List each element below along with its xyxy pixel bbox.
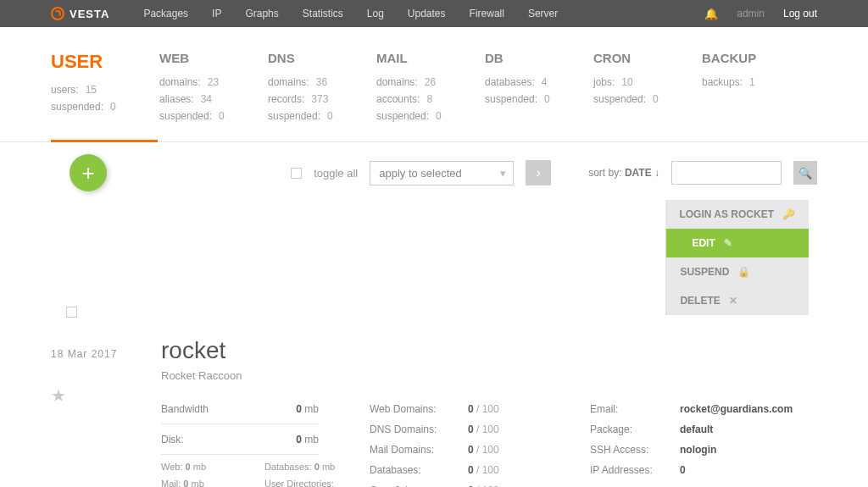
delete-button[interactable]: DELETE ✕ <box>665 286 809 315</box>
nav-log[interactable]: Log <box>367 8 384 19</box>
nav-updates[interactable]: Updates <box>408 8 446 19</box>
tab-user[interactable]: USER users:15 suspended:0 <box>51 51 159 125</box>
tab-cron[interactable]: CRON jobs:10 suspended:0 <box>593 51 702 125</box>
nav-graphs[interactable]: Graphs <box>245 8 278 19</box>
db-usage: Databases: 0 mb <box>264 462 341 472</box>
tab-db[interactable]: DB databases:4 suspended:0 <box>485 51 593 125</box>
star-icon[interactable]: ★ <box>51 385 161 406</box>
details-column: Email:rocket@guardians.com Package:defau… <box>590 399 810 487</box>
search-button[interactable]: 🔍 <box>793 161 817 185</box>
suspend-button[interactable]: SUSPEND 🔒 <box>665 257 809 286</box>
row-checkbox[interactable] <box>66 307 77 318</box>
tab-backup[interactable]: BACKUP backups:1 <box>702 51 810 125</box>
tab-db-title: DB <box>485 51 593 65</box>
email-value: rocket@guardians.com <box>680 403 793 415</box>
disk-label: Disk: <box>161 434 184 445</box>
tab-cron-title: CRON <box>593 51 702 65</box>
top-nav: VESTA Packages IP Graphs Statistics Log … <box>0 0 868 27</box>
login-as-button[interactable]: LOGIN AS ROCKET 🔑 <box>665 200 809 229</box>
tab-web[interactable]: WEB domains:23 aliases:34 suspended:0 <box>159 51 268 125</box>
nav-firewall[interactable]: Firewall <box>470 8 504 19</box>
bandwidth-label: Bandwidth <box>161 403 209 415</box>
toggle-all-label: toggle all <box>314 167 358 180</box>
tab-dns[interactable]: DNS domains:36 records:373 suspended:0 <box>268 51 376 125</box>
tab-user-title: USER <box>51 51 159 73</box>
toggle-all-checkbox[interactable] <box>291 168 302 179</box>
close-icon: ✕ <box>729 295 737 307</box>
bulk-action-select[interactable]: apply to selected <box>370 161 514 185</box>
nav-ip[interactable]: IP <box>212 8 221 19</box>
nav-statistics[interactable]: Statistics <box>303 8 343 19</box>
nav-packages[interactable]: Packages <box>143 8 188 19</box>
plus-icon: + <box>81 160 94 186</box>
disk-value: 0 <box>296 434 302 445</box>
lock-icon: 🔒 <box>737 266 750 278</box>
key-icon: 🔑 <box>782 208 795 220</box>
entry-date: 18 Mar 2017 <box>51 348 161 360</box>
mail-usage: Mail: 0 mb <box>161 479 237 487</box>
ssh-value: nologin <box>680 444 716 456</box>
quota-column: Web Domains:0 / 100 DNS Domains:0 / 100 … <box>370 399 539 487</box>
web-usage: Web: 0 mb <box>161 462 237 472</box>
fullname: Rocket Raccoon <box>161 369 817 382</box>
username: rocket <box>161 337 817 364</box>
logo-icon <box>51 7 64 20</box>
sort-by[interactable]: sort by: DATE ↓ <box>588 167 659 179</box>
nav-links: Packages IP Graphs Statistics Log Update… <box>143 8 558 19</box>
toolbar: + toggle all apply to selected › sort by… <box>0 142 868 200</box>
package-value: default <box>680 423 713 435</box>
pencil-icon: ✎ <box>724 237 732 249</box>
search-input[interactable] <box>671 161 782 185</box>
category-tabs: USER users:15 suspended:0 WEB domains:23… <box>0 27 868 142</box>
current-user[interactable]: admin <box>737 8 765 19</box>
chevron-right-icon: › <box>537 165 541 180</box>
tab-web-title: WEB <box>159 51 268 65</box>
edit-button[interactable]: EDIT ✎ <box>665 229 809 257</box>
tab-dns-title: DNS <box>268 51 376 65</box>
notifications-icon[interactable]: 🔔 <box>704 8 718 20</box>
tab-backup-title: BACKUP <box>702 51 810 65</box>
brand-text: VESTA <box>70 8 109 20</box>
tab-mail-title: MAIL <box>376 51 485 65</box>
row-actions: LOGIN AS ROCKET 🔑 EDIT ✎ SUSPEND 🔒 DELET… <box>665 200 809 315</box>
userdir-usage: User Directories: 0 mb <box>264 479 341 487</box>
logout-link[interactable]: Log out <box>783 8 817 19</box>
nav-server[interactable]: Server <box>528 8 558 19</box>
add-button[interactable]: + <box>70 154 107 191</box>
bandwidth-value: 0 <box>296 403 302 415</box>
bulk-apply-button[interactable]: › <box>526 160 551 185</box>
user-entry: 18 Mar 2017 ★ rocket Rocket Raccoon Band… <box>0 315 868 487</box>
search-icon: 🔍 <box>798 167 812 180</box>
ip-value: 0 <box>680 464 686 476</box>
tab-mail[interactable]: MAIL domains:26 accounts:8 suspended:0 <box>376 51 485 125</box>
logo[interactable]: VESTA <box>51 7 109 20</box>
